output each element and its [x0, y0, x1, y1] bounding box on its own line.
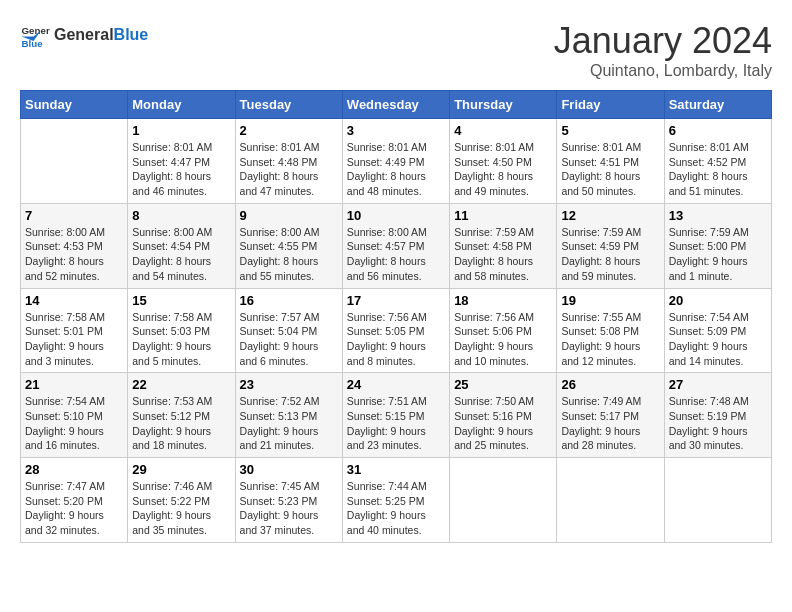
day-number: 11 [454, 208, 552, 223]
calendar-cell: 11Sunrise: 7:59 AMSunset: 4:58 PMDayligh… [450, 203, 557, 288]
day-number: 23 [240, 377, 338, 392]
day-info: Sunrise: 7:56 AMSunset: 5:06 PMDaylight:… [454, 310, 552, 369]
calendar-cell: 25Sunrise: 7:50 AMSunset: 5:16 PMDayligh… [450, 373, 557, 458]
weekday-header-saturday: Saturday [664, 91, 771, 119]
logo: General Blue General Blue [20, 20, 148, 50]
calendar-cell: 17Sunrise: 7:56 AMSunset: 5:05 PMDayligh… [342, 288, 449, 373]
day-number: 29 [132, 462, 230, 477]
day-number: 13 [669, 208, 767, 223]
calendar-cell: 19Sunrise: 7:55 AMSunset: 5:08 PMDayligh… [557, 288, 664, 373]
day-number: 3 [347, 123, 445, 138]
calendar-cell [21, 119, 128, 204]
day-info: Sunrise: 7:52 AMSunset: 5:13 PMDaylight:… [240, 394, 338, 453]
calendar-cell [557, 458, 664, 543]
day-info: Sunrise: 8:01 AMSunset: 4:49 PMDaylight:… [347, 140, 445, 199]
day-number: 27 [669, 377, 767, 392]
calendar-cell [664, 458, 771, 543]
day-number: 25 [454, 377, 552, 392]
day-number: 4 [454, 123, 552, 138]
calendar-cell: 30Sunrise: 7:45 AMSunset: 5:23 PMDayligh… [235, 458, 342, 543]
calendar-cell: 5Sunrise: 8:01 AMSunset: 4:51 PMDaylight… [557, 119, 664, 204]
day-info: Sunrise: 7:56 AMSunset: 5:05 PMDaylight:… [347, 310, 445, 369]
day-number: 10 [347, 208, 445, 223]
calendar-week-row: 28Sunrise: 7:47 AMSunset: 5:20 PMDayligh… [21, 458, 772, 543]
day-number: 17 [347, 293, 445, 308]
calendar-cell: 10Sunrise: 8:00 AMSunset: 4:57 PMDayligh… [342, 203, 449, 288]
weekday-header-sunday: Sunday [21, 91, 128, 119]
page-header: General Blue General Blue January 2024 Q… [20, 20, 772, 80]
day-info: Sunrise: 8:01 AMSunset: 4:51 PMDaylight:… [561, 140, 659, 199]
day-info: Sunrise: 7:50 AMSunset: 5:16 PMDaylight:… [454, 394, 552, 453]
calendar-cell: 23Sunrise: 7:52 AMSunset: 5:13 PMDayligh… [235, 373, 342, 458]
day-number: 15 [132, 293, 230, 308]
day-number: 16 [240, 293, 338, 308]
day-number: 1 [132, 123, 230, 138]
day-number: 2 [240, 123, 338, 138]
calendar-cell: 26Sunrise: 7:49 AMSunset: 5:17 PMDayligh… [557, 373, 664, 458]
calendar-cell: 4Sunrise: 8:01 AMSunset: 4:50 PMDaylight… [450, 119, 557, 204]
day-number: 21 [25, 377, 123, 392]
calendar-cell: 15Sunrise: 7:58 AMSunset: 5:03 PMDayligh… [128, 288, 235, 373]
day-number: 28 [25, 462, 123, 477]
day-info: Sunrise: 7:58 AMSunset: 5:01 PMDaylight:… [25, 310, 123, 369]
day-info: Sunrise: 8:01 AMSunset: 4:48 PMDaylight:… [240, 140, 338, 199]
month-title: January 2024 [554, 20, 772, 62]
calendar-week-row: 1Sunrise: 8:01 AMSunset: 4:47 PMDaylight… [21, 119, 772, 204]
calendar-cell: 9Sunrise: 8:00 AMSunset: 4:55 PMDaylight… [235, 203, 342, 288]
day-number: 12 [561, 208, 659, 223]
logo-icon: General Blue [20, 20, 50, 50]
day-number: 8 [132, 208, 230, 223]
calendar-cell: 22Sunrise: 7:53 AMSunset: 5:12 PMDayligh… [128, 373, 235, 458]
calendar-cell: 14Sunrise: 7:58 AMSunset: 5:01 PMDayligh… [21, 288, 128, 373]
calendar-cell: 29Sunrise: 7:46 AMSunset: 5:22 PMDayligh… [128, 458, 235, 543]
day-number: 5 [561, 123, 659, 138]
calendar-table: SundayMondayTuesdayWednesdayThursdayFrid… [20, 90, 772, 543]
calendar-cell: 2Sunrise: 8:01 AMSunset: 4:48 PMDaylight… [235, 119, 342, 204]
day-info: Sunrise: 7:59 AMSunset: 5:00 PMDaylight:… [669, 225, 767, 284]
weekday-header-wednesday: Wednesday [342, 91, 449, 119]
calendar-week-row: 21Sunrise: 7:54 AMSunset: 5:10 PMDayligh… [21, 373, 772, 458]
calendar-header: SundayMondayTuesdayWednesdayThursdayFrid… [21, 91, 772, 119]
calendar-body: 1Sunrise: 8:01 AMSunset: 4:47 PMDaylight… [21, 119, 772, 543]
calendar-cell: 8Sunrise: 8:00 AMSunset: 4:54 PMDaylight… [128, 203, 235, 288]
day-info: Sunrise: 7:55 AMSunset: 5:08 PMDaylight:… [561, 310, 659, 369]
calendar-cell: 28Sunrise: 7:47 AMSunset: 5:20 PMDayligh… [21, 458, 128, 543]
day-number: 14 [25, 293, 123, 308]
day-info: Sunrise: 8:01 AMSunset: 4:52 PMDaylight:… [669, 140, 767, 199]
calendar-cell: 18Sunrise: 7:56 AMSunset: 5:06 PMDayligh… [450, 288, 557, 373]
day-info: Sunrise: 8:01 AMSunset: 4:50 PMDaylight:… [454, 140, 552, 199]
day-number: 30 [240, 462, 338, 477]
day-info: Sunrise: 7:59 AMSunset: 4:59 PMDaylight:… [561, 225, 659, 284]
calendar-cell: 12Sunrise: 7:59 AMSunset: 4:59 PMDayligh… [557, 203, 664, 288]
day-info: Sunrise: 7:45 AMSunset: 5:23 PMDaylight:… [240, 479, 338, 538]
calendar-cell: 24Sunrise: 7:51 AMSunset: 5:15 PMDayligh… [342, 373, 449, 458]
day-info: Sunrise: 7:46 AMSunset: 5:22 PMDaylight:… [132, 479, 230, 538]
weekday-header-monday: Monday [128, 91, 235, 119]
svg-text:General: General [22, 25, 51, 36]
weekday-header-row: SundayMondayTuesdayWednesdayThursdayFrid… [21, 91, 772, 119]
day-number: 6 [669, 123, 767, 138]
svg-text:Blue: Blue [22, 38, 44, 49]
calendar-cell: 1Sunrise: 8:01 AMSunset: 4:47 PMDaylight… [128, 119, 235, 204]
day-number: 20 [669, 293, 767, 308]
calendar-cell: 3Sunrise: 8:01 AMSunset: 4:49 PMDaylight… [342, 119, 449, 204]
calendar-cell: 13Sunrise: 7:59 AMSunset: 5:00 PMDayligh… [664, 203, 771, 288]
calendar-cell: 20Sunrise: 7:54 AMSunset: 5:09 PMDayligh… [664, 288, 771, 373]
day-number: 7 [25, 208, 123, 223]
calendar-cell: 6Sunrise: 8:01 AMSunset: 4:52 PMDaylight… [664, 119, 771, 204]
calendar-cell: 16Sunrise: 7:57 AMSunset: 5:04 PMDayligh… [235, 288, 342, 373]
day-number: 19 [561, 293, 659, 308]
day-info: Sunrise: 8:00 AMSunset: 4:53 PMDaylight:… [25, 225, 123, 284]
calendar-cell: 21Sunrise: 7:54 AMSunset: 5:10 PMDayligh… [21, 373, 128, 458]
day-number: 9 [240, 208, 338, 223]
day-info: Sunrise: 8:00 AMSunset: 4:57 PMDaylight:… [347, 225, 445, 284]
day-info: Sunrise: 7:51 AMSunset: 5:15 PMDaylight:… [347, 394, 445, 453]
day-number: 31 [347, 462, 445, 477]
day-info: Sunrise: 7:54 AMSunset: 5:09 PMDaylight:… [669, 310, 767, 369]
calendar-week-row: 14Sunrise: 7:58 AMSunset: 5:01 PMDayligh… [21, 288, 772, 373]
weekday-header-thursday: Thursday [450, 91, 557, 119]
title-area: January 2024 Quintano, Lombardy, Italy [554, 20, 772, 80]
day-number: 26 [561, 377, 659, 392]
day-info: Sunrise: 7:58 AMSunset: 5:03 PMDaylight:… [132, 310, 230, 369]
day-info: Sunrise: 7:44 AMSunset: 5:25 PMDaylight:… [347, 479, 445, 538]
